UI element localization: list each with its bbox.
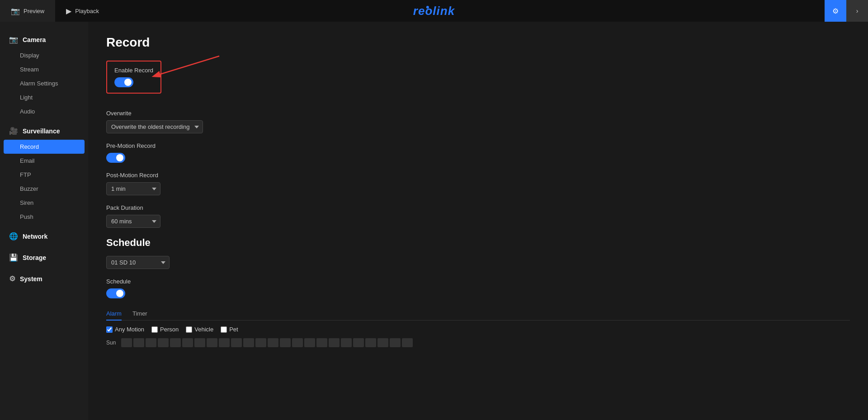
- header: 📷 Preview ▶ Playback reolink ⚙ ›: [0, 0, 868, 22]
- checkbox-pet: Pet: [221, 326, 238, 333]
- sidebar-item-display[interactable]: Display: [0, 48, 88, 62]
- pre-motion-thumb: [116, 154, 123, 161]
- enable-record-label: Enable Record: [114, 67, 153, 74]
- surveillance-icon: 🎥: [9, 127, 18, 135]
- sidebar-storage-label: Storage: [23, 254, 46, 261]
- sidebar-category-network[interactable]: 🌐 Network: [0, 227, 88, 245]
- sd-row: 01 SD 10: [106, 256, 850, 269]
- sidebar-item-record[interactable]: Record: [4, 140, 85, 154]
- storage-icon: 💾: [9, 253, 18, 262]
- schedule-cell-22[interactable]: [377, 338, 388, 347]
- pre-motion-toggle[interactable]: [106, 153, 125, 163]
- schedule-cell-21[interactable]: [365, 338, 376, 347]
- settings-button[interactable]: ⚙: [825, 0, 846, 22]
- alarm-timer-tabs: Alarm Timer: [106, 307, 850, 321]
- schedule-cell-23[interactable]: [390, 338, 401, 347]
- any-motion-label: Any Motion: [115, 326, 144, 333]
- sidebar-category-surveillance[interactable]: 🎥 Surveillance: [0, 122, 88, 140]
- schedule-cell-18[interactable]: [329, 338, 340, 347]
- sidebar-item-light[interactable]: Light: [0, 90, 88, 104]
- header-right: ⚙ ›: [825, 0, 868, 22]
- checkbox-person: Person: [151, 326, 179, 333]
- sidebar-item-stream[interactable]: Stream: [0, 62, 88, 76]
- header-left: 📷 Preview ▶ Playback: [0, 0, 110, 22]
- sidebar-category-camera[interactable]: 📷 Camera: [0, 31, 88, 48]
- schedule-cell-5[interactable]: [170, 338, 181, 347]
- schedule-cell-17[interactable]: [316, 338, 327, 347]
- post-motion-row: Post-Motion Record 30 sec 1 min 2 min 5 …: [106, 172, 850, 195]
- schedule-cell-11[interactable]: [243, 338, 254, 347]
- pet-label: Pet: [229, 326, 238, 333]
- any-motion-input[interactable]: [106, 326, 113, 333]
- post-motion-select[interactable]: 30 sec 1 min 2 min 5 min: [106, 182, 160, 195]
- playback-label: Playback: [75, 8, 99, 14]
- schedule-cell-6[interactable]: [182, 338, 193, 347]
- person-label: Person: [160, 326, 179, 333]
- schedule-toggle[interactable]: [106, 288, 125, 298]
- vehicle-input[interactable]: [186, 326, 192, 333]
- sidebar-item-email[interactable]: Email: [0, 154, 88, 168]
- main-layout: 📷 Camera Display Stream Alarm Settings L…: [0, 22, 868, 420]
- schedule-cell-24[interactable]: [402, 338, 413, 347]
- gear-icon: ⚙: [832, 7, 839, 15]
- pre-motion-row: Pre-Motion Record: [106, 142, 850, 163]
- person-input[interactable]: [151, 326, 158, 333]
- svg-line-0: [156, 56, 219, 76]
- system-icon: ⚙: [9, 274, 15, 283]
- tab-timer[interactable]: Timer: [132, 307, 147, 321]
- camera-icon: 📷: [9, 35, 18, 44]
- schedule-cell-7[interactable]: [194, 338, 205, 347]
- sidebar-category-storage[interactable]: 💾 Storage: [0, 249, 88, 266]
- sidebar-item-ftp[interactable]: FTP: [0, 168, 88, 182]
- overwrite-select[interactable]: Overwrite the oldest recording Do not ov…: [106, 120, 203, 133]
- schedule-cell-14[interactable]: [280, 338, 291, 347]
- enable-record-section: Enable Record: [106, 61, 161, 101]
- schedule-title: Schedule: [106, 237, 850, 249]
- enable-record-toggle[interactable]: [114, 77, 133, 87]
- schedule-cell-4[interactable]: [158, 338, 169, 347]
- schedule-cell-13[interactable]: [268, 338, 278, 347]
- sidebar-category-system[interactable]: ⚙ System: [0, 270, 88, 288]
- schedule-track: [106, 288, 125, 298]
- schedule-cell-1[interactable]: [121, 338, 132, 347]
- motion-checkboxes-row: Any Motion Person Vehicle Pet: [106, 326, 850, 333]
- sidebar-section-system: ⚙ System: [0, 270, 88, 288]
- sidebar-network-label: Network: [23, 233, 47, 240]
- schedule-cell-2[interactable]: [133, 338, 144, 347]
- sidebar-item-siren[interactable]: Siren: [0, 196, 88, 210]
- schedule-cell-3[interactable]: [146, 338, 156, 347]
- pack-duration-select[interactable]: 15 mins 30 mins 60 mins: [106, 215, 160, 228]
- sidebar-item-push[interactable]: Push: [0, 210, 88, 224]
- schedule-toggle-wrapper: [106, 288, 850, 298]
- sidebar-surveillance-label: Surveillance: [23, 127, 60, 135]
- sidebar-item-audio[interactable]: Audio: [0, 104, 88, 118]
- pre-motion-track: [106, 153, 125, 163]
- preview-button[interactable]: 📷 Preview: [0, 0, 55, 22]
- toggle-track: [114, 77, 133, 87]
- sidebar-section-network: 🌐 Network: [0, 227, 88, 245]
- schedule-cell-16[interactable]: [304, 338, 315, 347]
- sidebar-section-camera: 📷 Camera Display Stream Alarm Settings L…: [0, 31, 88, 118]
- sidebar-section-surveillance: 🎥 Surveillance Record Email FTP Buzzer S…: [0, 122, 88, 224]
- enable-record-toggle-wrapper: [114, 77, 153, 87]
- schedule-cell-9[interactable]: [219, 338, 230, 347]
- sidebar-item-buzzer[interactable]: Buzzer: [0, 182, 88, 196]
- tab-alarm[interactable]: Alarm: [106, 307, 122, 321]
- schedule-cell-12[interactable]: [255, 338, 266, 347]
- sd-select[interactable]: 01 SD 10: [106, 256, 170, 269]
- schedule-cell-19[interactable]: [341, 338, 352, 347]
- schedule-cell-10[interactable]: [231, 338, 242, 347]
- page-title: Record: [106, 35, 850, 50]
- content-area: Record Enable Record: [88, 22, 868, 420]
- pet-input[interactable]: [221, 326, 227, 333]
- pack-duration-row: Pack Duration 15 mins 30 mins 60 mins: [106, 204, 850, 228]
- schedule-cell-8[interactable]: [207, 338, 217, 347]
- arrow-icon: ›: [856, 7, 859, 14]
- expand-button[interactable]: ›: [846, 0, 868, 22]
- sidebar-camera-label: Camera: [23, 36, 46, 43]
- schedule-cell-15[interactable]: [292, 338, 303, 347]
- sidebar-item-alarm-settings[interactable]: Alarm Settings: [0, 76, 88, 90]
- schedule-thumb: [116, 290, 123, 297]
- schedule-cell-20[interactable]: [353, 338, 364, 347]
- playback-button[interactable]: ▶ Playback: [55, 0, 110, 22]
